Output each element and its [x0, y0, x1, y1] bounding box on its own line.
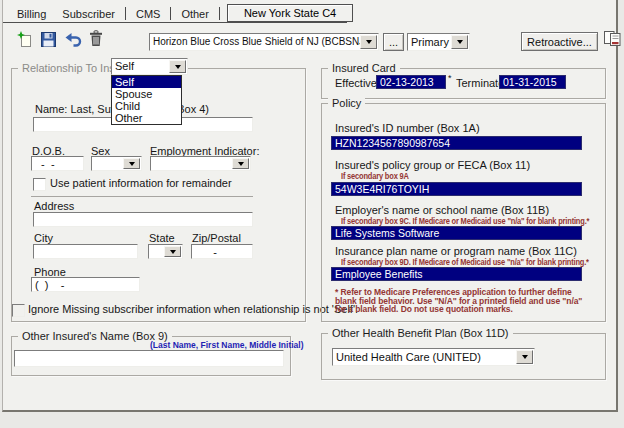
tab-other[interactable]: Other — [173, 8, 217, 20]
insurance-plan-name-note: If secondary box 9D. If Medicare of Medi… — [341, 257, 589, 267]
effective-label: Effective: — [335, 77, 380, 89]
relationship-select-value: Self — [115, 60, 170, 72]
tab-cms[interactable]: CMS — [128, 8, 168, 20]
chevron-down-icon[interactable] — [451, 35, 468, 49]
dropdown-option-self[interactable]: Self — [112, 76, 181, 88]
state-select[interactable] — [148, 244, 183, 259]
insurance-card-copy-icon[interactable] — [603, 29, 622, 52]
relationship-dropdown-list: Self Spouse Child Other — [111, 75, 182, 125]
ignore-missing-checkbox[interactable] — [12, 304, 25, 317]
relationship-select[interactable]: Self — [111, 58, 188, 75]
city-label: City — [34, 232, 53, 244]
section-divider — [31, 196, 253, 197]
policy-group-title: Policy — [328, 97, 365, 109]
other-insured-hint: (Last Name, First Name, Middle Initial) — [150, 340, 304, 350]
chevron-down-icon[interactable] — [516, 350, 533, 364]
policy-group: Policy Insured's ID number (Box 1A) HZN1… — [321, 103, 606, 322]
priority-select-value: Primary — [411, 36, 452, 48]
insurance-plan-name-label: Insurance plan name or program name (Box… — [335, 245, 577, 257]
effective-date-field[interactable]: 02-13-2013 — [376, 75, 446, 89]
employment-indicator-select[interactable] — [150, 156, 251, 171]
chevron-down-icon[interactable] — [232, 158, 249, 169]
insured-card-group: Insured Card Effective: 02-13-2013 * Ter… — [321, 68, 606, 99]
other-insured-group-title: Other Insured's Name (Box 9) — [18, 330, 172, 342]
chevron-down-icon[interactable] — [360, 35, 377, 49]
tab-separator — [219, 7, 220, 20]
priority-select[interactable]: Primary — [407, 33, 470, 51]
undo-icon[interactable] — [65, 32, 82, 51]
tab-bar: Billing Subscriber CMS Other New York St… — [9, 4, 353, 23]
delete-icon[interactable] — [89, 30, 103, 51]
medicare-preferences-footnote: * Refer to Medicare Preferences applicat… — [335, 288, 587, 314]
employer-name-field[interactable]: Life Systems Software — [331, 226, 582, 240]
policy-group-feca-note: If secondary box 9A — [341, 171, 409, 181]
other-insured-group: Other Insured's Name (Box 9) (Last Name,… — [11, 336, 291, 376]
insurance-select[interactable]: Horizon Blue Cross Blue Shield of NJ (BC… — [149, 33, 379, 51]
new-record-icon[interactable] — [17, 31, 33, 52]
effective-footnote-marker: * — [448, 73, 452, 83]
tab-billing[interactable]: Billing — [9, 8, 54, 20]
tab-new-york-state-c4[interactable]: New York State C4 — [227, 4, 353, 22]
dropdown-option-other[interactable]: Other — [112, 112, 181, 124]
dropdown-option-child[interactable]: Child — [112, 100, 181, 112]
state-label: State — [149, 232, 175, 244]
tab-subscriber[interactable]: Subscriber — [54, 8, 123, 20]
employer-name-label: Employer's name or school name (Box 11B) — [335, 204, 549, 216]
employer-name-note: If secondary box 9C. If Medicare or Medi… — [341, 216, 589, 226]
use-patient-info-checkbox[interactable] — [33, 178, 46, 191]
other-health-plan-group: Other Health Benefit Plan (Box 11D) Unit… — [321, 333, 606, 380]
tab-separator — [170, 7, 171, 20]
use-patient-info-label: Use patient information for remainder — [50, 177, 232, 189]
other-health-plan-group-title: Other Health Benefit Plan (Box 11D) — [328, 327, 513, 339]
dropdown-option-spouse[interactable]: Spouse — [112, 88, 181, 100]
insurance-plan-name-field[interactable]: Employee Benefits — [331, 267, 582, 281]
city-input[interactable] — [33, 244, 138, 259]
insured-id-label: Insured's ID number (Box 1A) — [335, 122, 480, 134]
zip-input[interactable]: - — [191, 244, 253, 259]
other-health-plan-select[interactable]: United Health Care (UNITED) — [332, 348, 535, 366]
other-health-plan-value: United Health Care (UNITED) — [336, 351, 517, 363]
dob-input[interactable]: - - — [31, 156, 84, 171]
retroactive-label: Retroactive... — [527, 36, 592, 48]
address-input[interactable] — [33, 212, 253, 227]
save-icon[interactable] — [41, 32, 56, 51]
sex-select[interactable] — [91, 156, 142, 171]
insurance-lookup-button[interactable]: ... — [383, 33, 404, 51]
subscriber-window: Billing Subscriber CMS Other New York St… — [0, 0, 624, 428]
insured-id-field[interactable]: HZN1234567890987654 — [331, 136, 582, 150]
policy-group-feca-label: Insured's policy group or FECA (Box 11) — [335, 159, 530, 171]
ignore-missing-label: Ignore Missing subscriber information wh… — [28, 303, 358, 315]
terminate-date-field[interactable]: 01-31-2015 — [499, 75, 566, 89]
other-insured-name-input[interactable] — [14, 350, 284, 367]
address-label: Address — [34, 200, 74, 212]
phone-input[interactable]: ( ) - — [31, 277, 140, 292]
chevron-down-icon[interactable] — [164, 246, 181, 257]
tab-separator — [125, 7, 126, 20]
insured-card-group-title: Insured Card — [328, 62, 400, 74]
retroactive-button[interactable]: Retroactive... — [521, 32, 598, 51]
policy-group-feca-field[interactable]: 54W3E4RI76TOYIH — [331, 182, 582, 196]
zip-label: Zip/Postal — [192, 232, 241, 244]
subscriber-panel: Billing Subscriber CMS Other New York St… — [2, 0, 618, 412]
insurance-select-value: Horizon Blue Cross Blue Shield of NJ (BC… — [153, 36, 361, 47]
chevron-down-icon[interactable] — [123, 158, 140, 169]
chevron-down-icon[interactable] — [169, 60, 186, 73]
ellipsis-label: ... — [389, 36, 398, 48]
